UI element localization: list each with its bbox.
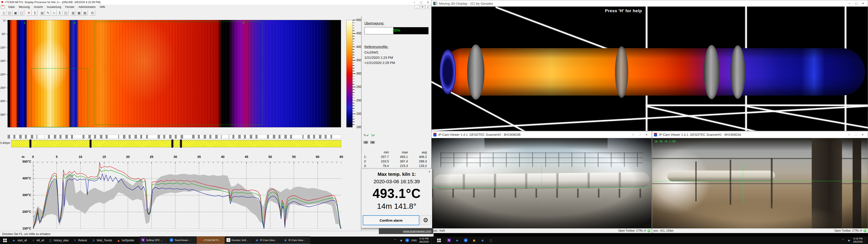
toolbar-save-icon[interactable]: ▣ [13,10,18,16]
cam1-titlebar[interactable]: IP-Cam-Viewer 1.4.1: GESOTEC Scanner#2 -… [432,131,652,138]
status-led-icon [864,229,866,232]
close-icon[interactable]: ✕ [643,133,650,137]
quicklaunch-history-data[interactable]: ◫history_data [46,237,71,244]
toolbar-lock-icon[interactable]: Ω [90,10,95,16]
tcem-titlebar[interactable]: <TCEM.NET#1: Display Processor for Kiln … [0,0,431,5]
start-button[interactable] [434,237,444,244]
maximize-icon[interactable]: ▢ [852,133,859,137]
thermal-scan-image[interactable]: 123 [7,20,341,127]
angle-axis-tick [6,48,7,48]
minimize-icon[interactable]: ─ [629,133,636,137]
taskbar-icon-teamviewer[interactable]: ⇄ [462,237,470,244]
quicklaunch-kill-all[interactable]: ✕kill_all [29,237,46,244]
stats-min: 78.4 [370,163,389,168]
select-check-icon[interactable]: Ι✔ [371,133,375,138]
temperature-profile-chart[interactable] [33,162,341,228]
tray-shield-icon[interactable]: ◆ [399,238,403,242]
action-center-edge[interactable] [865,237,867,244]
minimize-icon[interactable]: ─ [846,1,853,5]
rpm-marker-peg[interactable] [171,140,174,148]
quicklaunch-web-trends[interactable]: ◔Web_Trends [89,237,114,244]
child-close-icon[interactable]: x [426,5,430,9]
taskbar-icon-cam[interactable]: ◉ [478,237,487,244]
menu-datei[interactable]: Datei [6,5,17,9]
toolbar-trend-icon[interactable]: ∿ [51,10,57,16]
3d-window-titlebar[interactable]: Moving 3D-Display - (C) by Gesotec ─ ▢ ✕ [432,0,868,6]
close-icon[interactable]: ✕ [425,0,431,4]
menu-administration[interactable]: Administration [76,5,98,9]
start-button[interactable] [0,237,10,244]
teamviewer-link[interactable]: www.teamviewer.com [403,230,431,233]
tray-teamviewer-icon[interactable]: ⇄ [405,238,409,242]
taskbar-app-teamviewer[interactable]: ⇄TeamViewer ... [168,236,196,244]
toolbar-folder-icon[interactable]: ▦ [76,10,82,16]
cam2-titlebar[interactable]: IP-Cam-Viewer 1.4.1: GESOTEC Scanner#1 -… [652,131,868,138]
taskbar-app-ip-cam-view[interactable]: ◉IP-Cam-View... [282,236,310,244]
minimize-icon[interactable]: ─ [411,0,418,4]
taskbar-clock[interactable]: 4:16 PM 3/6/2020 [419,237,429,244]
quicklaunch-hotspotter[interactable]: ▲hotSpotter [114,237,136,244]
tray-expand-icon[interactable]: ⌃ [393,238,397,242]
camera-icon[interactable] [364,141,368,144]
cam1-position: pos.: NaN [433,229,445,232]
menu-ansicht[interactable]: Ansicht [32,5,45,9]
rpm-marker-peg[interactable] [180,140,182,148]
taskbar-app-ip-cam-view[interactable]: ◉IP-Cam-View... [254,236,282,244]
cam1-toolbar-hint: Open Toolbar: CTRL-H [618,229,646,232]
y-axis-tick-label: 500°C [13,160,31,163]
close-icon[interactable]: ✕ [860,1,866,5]
toolbar-annotate-icon[interactable]: ✎ [45,10,51,16]
taskbar-icon-folder[interactable]: ▣ [470,237,478,244]
taskbar-app-gesotec-soft[interactable]: ≡Gesotec Soft... [225,236,253,244]
toolbar-sum-icon[interactable]: Σ [57,10,63,16]
3d-viewport[interactable]: Press 'H' for help [432,6,868,131]
maximize-icon[interactable]: ▢ [418,0,425,4]
toolbar-delete-icon[interactable]: ✕ [26,10,32,16]
minimize-icon[interactable]: ─ [846,133,852,137]
stats-min: 103.5 [370,159,389,163]
menu-fenster[interactable]: Fenster [63,5,76,9]
rotation-speed-bar[interactable] [11,140,341,147]
menu-hilfe[interactable]: Hilfe [98,5,107,9]
taskbar-app-softing-opc[interactable]: SSofting OPC ... [140,236,168,244]
toolbar-display-icon[interactable]: ▢ [19,10,24,16]
reference-profile-name: Ciu1Ref1 [364,50,379,54]
taskbar-icon-softing[interactable]: S [445,237,453,244]
camera-icon[interactable] [370,141,375,144]
action-center-edge[interactable] [431,237,433,244]
quicklaunch-reboot[interactable]: ↻Reboot [71,237,89,244]
kiln-3d-model[interactable] [440,48,865,96]
maximize-icon[interactable]: ▢ [636,133,643,137]
edit-check-icon[interactable]: ✎✔ [364,133,369,138]
tray-shield-icon[interactable]: ◆ [847,238,851,242]
cam-icon: ◉ [255,238,259,242]
toolbar-open-icon[interactable]: ◰ [7,10,12,16]
taskbar-icon-monitor[interactable]: ▢ [487,237,495,244]
child-restore-icon[interactable]: ⧉ [420,5,425,9]
taskbar-clock[interactable]: 4:16 PM 3/6/2020 [853,237,863,244]
taskbar-icon-play[interactable]: ▶ [453,237,462,244]
language-indicator[interactable]: ENG [411,239,417,242]
toolbar-view-3d-icon[interactable]: ◳ [63,10,68,16]
rpm-marker-peg[interactable] [90,140,92,148]
rpm-marker-peg[interactable] [29,140,31,148]
toolbar-save-as-icon[interactable]: ▧ [82,10,88,16]
maximize-icon[interactable]: ▢ [853,1,860,5]
taskbar-app-tcem-net[interactable]: ▼<TCEM.NET#... [197,236,225,244]
toolbar-new-icon[interactable]: ▯ [1,10,6,16]
alarm-close-icon[interactable]: x [429,170,430,173]
child-minimize-icon[interactable]: _ [414,5,420,9]
toolbar-report-icon[interactable]: ▤ [39,10,45,16]
y-axis-tick-label: 100°C [13,226,31,230]
close-icon[interactable]: ✕ [859,133,866,137]
alarm-settings-gear-icon[interactable]: ⚙ [421,215,431,225]
quicklaunch-start-all[interactable]: ▶start_all [10,237,29,244]
menu-messung[interactable]: Messung [17,5,32,9]
confirm-alarm-button[interactable]: Confirm alarm [363,215,419,225]
menu-auswertung[interactable]: Auswertung [45,5,63,9]
tray-expand-icon[interactable]: ⌃ [841,238,845,242]
toolbar-scale-icon[interactable]: ╞ [32,10,37,16]
toolbar-table-icon[interactable]: ▥ [70,10,76,16]
cam2-video-feed[interactable]: 16 36 +0 1:09 [652,138,868,228]
cam1-video-feed[interactable] [432,138,652,228]
